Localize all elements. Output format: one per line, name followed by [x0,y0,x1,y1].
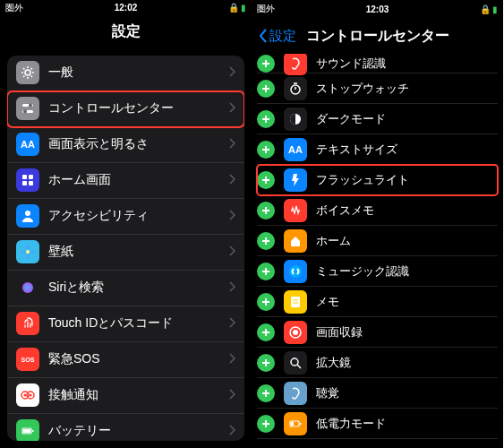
back-button[interactable]: 設定 [259,28,296,45]
page-title: コントロールセンター [306,27,449,46]
settings-row-flower[interactable]: 壁紙 [7,235,244,271]
add-button[interactable] [257,110,275,128]
siri-icon [16,276,39,299]
svg-rect-7 [29,175,33,179]
grid-icon [16,168,39,192]
svg-rect-23 [32,430,34,432]
settings-row-sliders[interactable]: コントロールセンター [7,91,244,127]
add-button[interactable] [257,384,275,402]
nav-bar: 設定 [0,16,252,48]
chevron-left-icon [259,29,268,43]
svg-text:SOS: SOS [21,357,35,363]
row-label: 接触通知 [48,387,229,403]
row-label: ボイスメモ [316,202,374,219]
svg-rect-29 [291,297,300,307]
chevron-right-icon [229,100,235,116]
nav-bar: 設定 コントロールセンター [252,18,503,54]
row-label: ミュージック認識 [316,263,409,280]
row-label: 一般 [48,65,229,81]
row-label: メモ [316,294,339,310]
control-row-stopwatch: ストップウォッチ [257,73,498,104]
row-label: ホーム画面 [48,172,229,188]
record-icon [284,321,307,344]
settings-row-battery[interactable]: バッテリー [7,414,244,441]
add-button[interactable] [257,323,275,341]
add-button[interactable] [257,415,275,433]
settings-row-person[interactable]: アクセシビリティ [7,199,244,235]
svg-point-13 [26,254,30,259]
svg-text:AA: AA [21,139,35,150]
row-label: コントロールセンター [48,100,229,116]
settings-row-siri[interactable]: Siriと検索 [7,271,244,306]
settings-row-sos[interactable]: SOS緊急SOS [7,342,244,378]
add-button[interactable] [257,354,275,372]
svg-rect-34 [300,423,302,425]
settings-row-finger[interactable]: Touch IDとパスコード [7,306,244,342]
row-label: Siriと検索 [48,280,229,296]
svg-point-31 [293,330,298,335]
add-button[interactable] [257,232,275,250]
add-button[interactable] [257,202,275,220]
lowbatt-icon [284,412,307,435]
row-label: 拡大鏡 [316,355,351,371]
left-screenshot: 圏外 12:02 🔒 ▮ 設定 一般コントロールセンターAA画面表示と明るさホー… [0,0,252,448]
svg-point-32 [291,358,298,366]
svg-point-2 [29,104,32,108]
svg-rect-8 [22,181,27,185]
control-row-flash: フラッシュライト [257,165,498,195]
magnify-icon [284,351,307,375]
chevron-right-icon [229,387,235,403]
settings-row-exposure[interactable]: 接触通知 [7,378,244,414]
svg-rect-24 [23,429,30,433]
add-button[interactable] [257,55,275,73]
row-label: サウンド認識 [316,56,386,72]
finger-icon [16,312,39,335]
settings-row-grid[interactable]: ホーム画面 [7,163,244,199]
add-button[interactable] [257,171,275,189]
settings-row-aa[interactable]: AA画面表示と明るさ [7,127,244,163]
ear2-icon [284,382,307,405]
control-row-ear: サウンド認識 [257,54,498,73]
chevron-right-icon [229,244,235,260]
back-label: 設定 [269,28,296,45]
add-button[interactable] [257,141,275,159]
svg-point-10 [25,211,30,216]
row-label: 緊急SOS [48,351,229,367]
chevron-right-icon [229,172,235,188]
row-label: バッテリー [48,423,229,439]
person-icon [16,204,39,228]
svg-point-0 [25,70,30,75]
clock: 12:02 [0,3,252,13]
add-button[interactable] [257,80,275,98]
svg-point-28 [289,265,302,278]
chevron-right-icon [229,423,235,439]
control-row-lowbatt: 低電力モード [257,409,498,439]
settings-row-gear[interactable]: 一般 [7,56,244,91]
flower-icon [16,240,39,263]
svg-point-21 [30,394,32,397]
row-label: フラッシュライト [316,172,409,188]
dark-icon [284,108,307,131]
chevron-right-icon [229,208,235,224]
stopwatch-icon [284,77,307,100]
sos-icon: SOS [16,348,39,371]
svg-point-11 [26,250,30,254]
row-label: テキストサイズ [316,142,397,158]
control-row-ear2: 聴覚 [257,378,498,409]
svg-rect-6 [22,175,27,179]
add-button[interactable] [257,293,275,311]
control-row-aa: AAテキストサイズ [257,134,498,165]
status-bar: 圏外 12:03 🔒 ▮ [252,0,503,18]
chevron-right-icon [229,280,235,296]
shazam-icon [284,260,307,283]
row-label: ダークモード [316,111,386,127]
row-label: ストップウォッチ [316,81,409,97]
add-button[interactable] [257,263,275,280]
control-row-wave: ボイスメモ [257,195,498,226]
control-row-home: ホーム [257,226,498,256]
right-screenshot: 圏外 12:03 🔒 ▮ 設定 コントロールセンター サウンド認識ストップウォッ… [252,0,503,448]
row-label: 画面表示と明るさ [48,136,229,152]
row-label: アクセシビリティ [48,208,229,224]
flash-icon [284,168,307,192]
clock: 12:03 [252,4,503,14]
